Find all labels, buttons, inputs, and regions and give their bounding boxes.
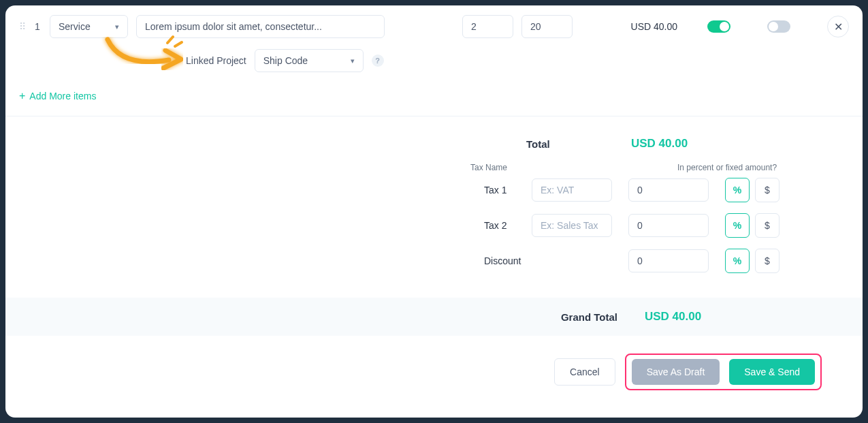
discount-dollar-button[interactable]: $	[755, 249, 779, 273]
tax1-value-input[interactable]	[628, 178, 709, 202]
linked-project-label: Linked Project	[186, 55, 246, 66]
grand-total-bar: Grand Total USD 40.00	[5, 298, 863, 336]
grand-total-label: Grand Total	[561, 311, 617, 323]
add-more-label: Add More items	[29, 91, 96, 101]
tax2-dollar-button[interactable]: $	[755, 213, 779, 238]
help-icon[interactable]: ?	[372, 54, 384, 67]
tax1-name-input[interactable]	[532, 178, 612, 202]
discount-row: Discount % $	[5, 249, 822, 273]
item-type-value: Service	[59, 21, 91, 32]
tax2-value-input[interactable]	[628, 214, 709, 237]
chevron-down-icon: ▾	[115, 22, 119, 31]
tax2-name-input[interactable]	[532, 214, 612, 237]
linked-project-select[interactable]: Ship Code ▾	[255, 49, 364, 72]
item-number: 1	[35, 21, 42, 32]
grand-total-value: USD 40.00	[645, 310, 822, 324]
svg-line-0	[167, 37, 173, 43]
percent-or-fixed-header: In percent or fixed amount?	[677, 163, 781, 172]
item-type-select[interactable]: Service ▾	[50, 15, 128, 38]
save-send-button[interactable]: Save & Send	[729, 359, 815, 385]
line-item-row: ⠿ 1 Service ▾ USD 40.00 ✕	[5, 5, 863, 38]
totals-area: Total USD 40.00 Tax Name In percent or f…	[5, 116, 863, 298]
add-more-items-button[interactable]: + Add More items	[5, 79, 110, 116]
plus-icon: +	[19, 90, 25, 102]
drag-handle-icon[interactable]: ⠿	[19, 21, 27, 32]
tax1-percent-button[interactable]: %	[725, 178, 750, 202]
tax2-percent-button[interactable]: %	[725, 213, 750, 238]
tax-header: Tax Name In percent or fixed amount?	[5, 163, 822, 172]
cancel-button[interactable]: Cancel	[554, 358, 615, 386]
linked-project-row: Linked Project Ship Code ▾ ?	[5, 38, 863, 79]
item-toggle-2[interactable]	[767, 20, 790, 33]
discount-percent-button[interactable]: %	[725, 249, 750, 273]
description-input[interactable]	[136, 15, 385, 38]
discount-value-input[interactable]	[628, 249, 709, 272]
invoice-modal: ⠿ 1 Service ▾ USD 40.00 ✕ Linked	[5, 5, 863, 418]
save-draft-button[interactable]: Save As Draft	[632, 359, 720, 385]
chevron-down-icon: ▾	[351, 57, 355, 65]
close-icon: ✕	[834, 20, 843, 33]
discount-label: Discount	[484, 255, 532, 266]
total-row: Total USD 40.00	[5, 137, 822, 151]
tax2-label: Tax 2	[484, 220, 515, 231]
price-input[interactable]	[521, 15, 573, 38]
linked-project-value: Ship Code	[263, 55, 308, 66]
total-value: USD 40.00	[631, 137, 822, 151]
line-total: USD 40.00	[616, 21, 677, 32]
tax1-row: Tax 1 % $	[5, 178, 822, 202]
tax-name-header: Tax Name	[470, 163, 551, 172]
tax1-label: Tax 1	[484, 185, 515, 195]
total-label: Total	[526, 138, 615, 150]
item-toggle-1[interactable]	[707, 20, 730, 33]
highlight-annotation: Save As Draft Save & Send	[625, 354, 822, 390]
svg-line-1	[175, 42, 182, 46]
tax1-dollar-button[interactable]: $	[755, 178, 779, 202]
remove-item-button[interactable]: ✕	[827, 16, 849, 37]
actions-row: Cancel Save As Draft Save & Send	[5, 336, 863, 408]
quantity-input[interactable]	[462, 15, 513, 38]
tax2-row: Tax 2 % $	[5, 213, 822, 238]
